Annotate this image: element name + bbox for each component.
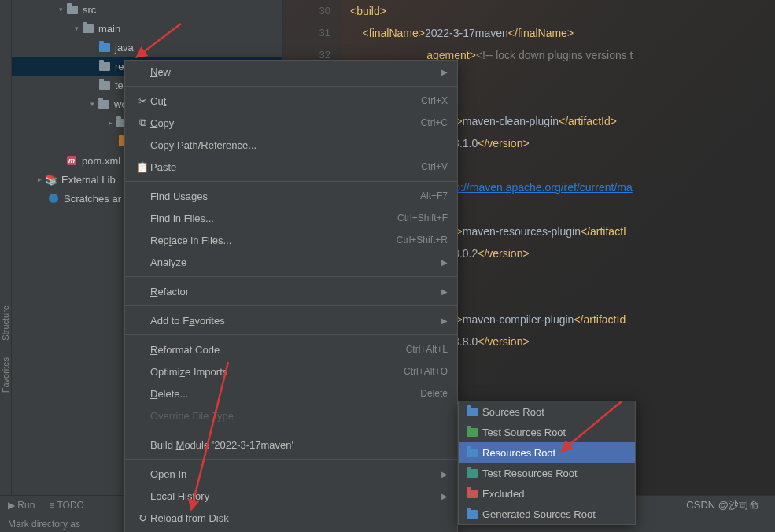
line-number: 31 [283, 22, 330, 44]
reload-icon: ↻ [135, 512, 150, 524]
library-icon: 📚 [45, 173, 57, 186]
folder-icon [98, 100, 109, 109]
chevron-right-icon[interactable]: ▸ [105, 119, 116, 127]
menu-reload[interactable]: ↻Reload from Disk [125, 507, 457, 529]
sub-generated[interactable]: Generated Sources Root [459, 504, 635, 524]
tree-src[interactable]: ▾ src [12, 0, 282, 19]
tree-label: main [98, 23, 120, 35]
menu-paste[interactable]: 📋PasteCtrl+V [125, 156, 457, 178]
todo-button[interactable]: ≡ TODO [49, 500, 84, 511]
markdir-submenu: Sources Root Test Sources Root Resources… [458, 401, 636, 525]
sub-testresources[interactable]: Test Resources Root [459, 463, 635, 483]
line-number: 30 [283, 0, 330, 22]
folder-icon [83, 24, 94, 33]
sub-excluded[interactable]: Excluded [459, 483, 635, 504]
run-button[interactable]: ▶ Run [8, 500, 35, 511]
menu-delete[interactable]: Delete...Delete [125, 382, 457, 405]
paste-icon: 📋 [135, 161, 150, 173]
scratch-icon [49, 194, 58, 203]
menu-copy[interactable]: ⧉CopyCtrl+C [125, 112, 457, 134]
menu-optimize[interactable]: Optimize ImportsCtrl+Alt+O [125, 360, 457, 382]
tree-label: java [115, 42, 134, 54]
chevron-down-icon[interactable]: ▾ [55, 6, 66, 13]
menu-localhistory[interactable]: Local History▶ [125, 485, 457, 507]
tree-label: Scratches ar [64, 193, 121, 205]
menu-reformat[interactable]: Reformat CodeCtrl+Alt+L [125, 338, 457, 360]
chevron-right-icon[interactable]: ▸ [34, 175, 45, 183]
menu-new[interactable]: New▶ [125, 61, 457, 83]
folder-icon [67, 6, 78, 14]
scissors-icon: ✂ [135, 95, 150, 107]
folder-icon [467, 510, 478, 519]
sub-label: Resources Root [482, 447, 555, 459]
folder-icon [467, 469, 478, 478]
menu-copypath[interactable]: Copy Path/Reference... [125, 134, 457, 156]
favorites-tab[interactable]: Favorites [1, 351, 10, 399]
menu-refactor[interactable]: Refactor▶ [125, 280, 457, 302]
csdn-watermark: CSDN @沙司命 [686, 498, 759, 512]
chevron-down-icon[interactable]: ▾ [71, 24, 82, 32]
menu-replacefiles[interactable]: Replace in Files...Ctrl+Shift+R [125, 229, 457, 251]
tree-label: pom.xml [82, 155, 120, 167]
folder-icon [99, 43, 110, 52]
menu-override: Override File Type [125, 405, 457, 427]
folder-icon [99, 81, 110, 90]
status-text: Mark directory as [8, 519, 80, 530]
menu-openin[interactable]: Open In▶ [125, 463, 457, 485]
sub-sources[interactable]: Sources Root [459, 401, 635, 422]
sub-label: Test Sources Root [482, 427, 566, 438]
menu-favorites[interactable]: Add to Favorites▶ [125, 309, 457, 331]
tree-label: External Lib [61, 174, 116, 186]
menu-findfiles[interactable]: Find in Files...Ctrl+Shift+F [125, 207, 457, 229]
sub-label: Test Resources Root [482, 467, 578, 479]
sub-testsources[interactable]: Test Sources Root [459, 422, 635, 442]
tree-main[interactable]: ▾ main [12, 19, 282, 38]
chevron-down-icon[interactable]: ▾ [87, 100, 98, 108]
folder-icon [467, 408, 478, 416]
sub-resources[interactable]: Resources Root [459, 442, 635, 463]
menu-analyze[interactable]: Analyze▶ [125, 251, 457, 273]
sub-label: Excluded [482, 488, 524, 500]
maven-icon: m [67, 156, 76, 165]
context-menu: New▶ ✂CutCtrl+X ⧉CopyCtrl+C Copy Path/Re… [124, 60, 458, 532]
menu-cut[interactable]: ✂CutCtrl+X [125, 90, 457, 112]
folder-icon [467, 449, 478, 457]
structure-tab[interactable]: Structure [1, 299, 10, 347]
tree-label: src [83, 4, 96, 16]
sub-label: Sources Root [482, 406, 544, 418]
folder-icon [467, 428, 478, 437]
sub-label: Generated Sources Root [482, 508, 596, 520]
copy-icon: ⧉ [135, 116, 150, 129]
tree-java[interactable]: java [12, 38, 282, 57]
menu-buildmodule[interactable]: Build Module '2022-3-17maven' [125, 434, 457, 456]
folder-icon [99, 62, 110, 71]
folder-icon [467, 490, 478, 498]
menu-findusages[interactable]: Find UsagesAlt+F7 [125, 185, 457, 207]
